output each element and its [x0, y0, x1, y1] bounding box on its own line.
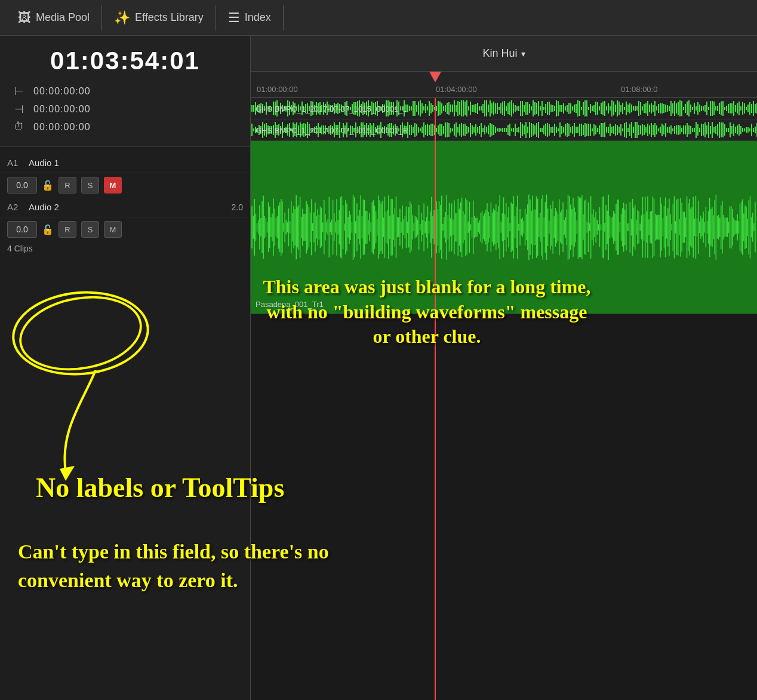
clip-label-left: GHS BMPC_1_2017-07-07_1015_C0001_L	[256, 104, 407, 113]
nav-media-pool[interactable]: 🖼 Media Pool	[6, 5, 102, 30]
index-icon: ☰	[228, 10, 240, 26]
audio2-record-button[interactable]: R	[59, 221, 76, 238]
audio1-solo-button[interactable]: S	[81, 177, 99, 194]
audio2-track-row: A2 Audio 2 2.0	[0, 197, 250, 217]
timeline-header: Kin Hui ▾	[251, 36, 757, 72]
top-navigation: 🖼 Media Pool ✨ Effects Library ☰ Index	[0, 0, 757, 36]
in-point-value: 00:00:00:00	[33, 86, 91, 97]
timecode-duration-row: ⏱ 00:00:00:00	[12, 118, 238, 136]
duration-icon: ⏱	[12, 121, 26, 133]
timecode-out-row: ⊣ 00:00:00:00	[12, 100, 238, 118]
audio2-track-name: Audio 2	[29, 202, 227, 212]
big-audio-track: // Will be generated by JS below Pasaden…	[251, 141, 757, 314]
timeline-ruler: 01:00:00:00 01:04:00:00 01:08:00:0	[251, 72, 757, 98]
in-point-icon: ⊢	[12, 85, 26, 98]
playhead-line	[435, 98, 436, 700]
audio2-track-number: 2.0	[232, 202, 243, 212]
playhead-indicator	[435, 72, 441, 82]
out-point-value: 00:00:00:00	[33, 104, 91, 115]
audio2-volume-display[interactable]: 0.0	[7, 221, 37, 238]
timeline-name-text: Kin Hui	[482, 47, 517, 60]
duration-value: 00:00:00:00	[33, 122, 91, 133]
audio1-mute-button[interactable]: M	[104, 177, 122, 194]
audio2-mute-button[interactable]: M	[104, 221, 122, 238]
right-panel: Kin Hui ▾ 01:00:00:00 01:04:00:00 01:08:…	[251, 36, 757, 700]
audio2-track-id: A2	[7, 202, 24, 212]
big-waveform-svg: // Will be generated by JS below	[251, 141, 756, 314]
audio2-lock-icon: 🔓	[42, 224, 54, 235]
audio1-volume-display[interactable]: 0.0	[7, 177, 37, 194]
nav-effects-library[interactable]: ✨ Effects Library	[102, 5, 216, 30]
audio1-track-id: A1	[7, 158, 24, 168]
media-pool-icon: 🖼	[18, 10, 31, 26]
audio2-solo-button[interactable]: S	[81, 221, 99, 238]
clips-count-label: 4 Clips	[0, 241, 250, 256]
audio1-controls: 0.0 🔓 R S M	[0, 173, 250, 197]
timecode-section: 01:03:54:01 ⊢ 00:00:00:00 ⊣ 00:00:00:00 …	[0, 36, 250, 147]
main-timecode: 01:03:54:01	[12, 47, 238, 75]
big-clip-label: Pasadena_001_Tr1	[256, 300, 324, 309]
clip-label-right: GHS BMPC_1_2017-07-07_1015_C0001_R	[256, 125, 408, 134]
main-layout: 01:03:54:01 ⊢ 00:00:00:00 ⊣ 00:00:00:00 …	[0, 36, 757, 700]
effects-library-icon: ✨	[114, 10, 130, 26]
nav-index[interactable]: ☰ Index	[216, 5, 284, 30]
audio1-track-name: Audio 1	[29, 158, 243, 168]
audio1-track-row: A1 Audio 1	[0, 153, 250, 173]
audio1-lock-icon: 🔓	[42, 180, 54, 191]
timeline-chevron-icon: ▾	[521, 49, 525, 59]
nav-index-label: Index	[245, 11, 271, 24]
ruler-label-0: 01:00:00:00	[257, 85, 298, 94]
nav-media-pool-label: Media Pool	[36, 11, 90, 24]
track-section: A1 Audio 1 0.0 🔓 R S M A2 Audio 2 2.0 0.…	[0, 147, 250, 262]
timecode-in-row: ⊢ 00:00:00:00	[12, 82, 238, 100]
timeline-tracks-area: GHS BMPC_1_2017-07-07_1015_C0001_L GHS B…	[251, 98, 757, 700]
timeline-name-display[interactable]: Kin Hui ▾	[482, 47, 525, 60]
audio-track-left: GHS BMPC_1_2017-07-07_1015_C0001_L	[251, 98, 757, 119]
audio1-record-button[interactable]: R	[59, 177, 76, 194]
ruler-label-1: 01:04:00:00	[436, 85, 477, 94]
ruler-marks: 01:00:00:00 01:04:00:00 01:08:00:0	[251, 72, 757, 97]
audio-track-right: GHS BMPC_1_2017-07-07_1015_C0001_R	[251, 119, 757, 141]
audio2-controls: 0.0 🔓 R S M	[0, 217, 250, 241]
left-panel: 01:03:54:01 ⊢ 00:00:00:00 ⊣ 00:00:00:00 …	[0, 36, 251, 700]
ruler-label-2: 01:08:00:0	[621, 85, 657, 94]
nav-effects-library-label: Effects Library	[135, 11, 204, 24]
out-point-icon: ⊣	[12, 103, 26, 116]
